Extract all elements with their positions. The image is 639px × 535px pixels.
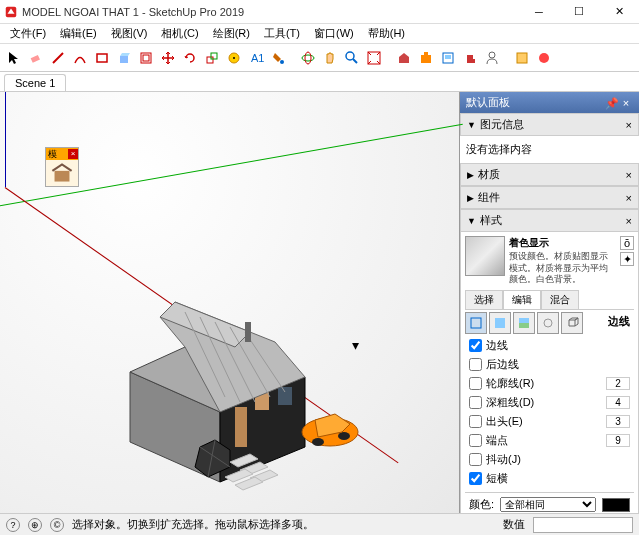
- rotate-tool-icon[interactable]: [180, 48, 200, 68]
- section-close-icon[interactable]: ×: [626, 215, 632, 227]
- dashes-checkbox[interactable]: [469, 472, 482, 485]
- subtab-select[interactable]: 选择: [465, 290, 503, 309]
- model-palette[interactable]: 模×: [45, 147, 79, 187]
- profiles-checkbox[interactable]: [469, 377, 482, 390]
- app-icon: [4, 5, 18, 19]
- svg-rect-37: [245, 322, 251, 342]
- svg-point-43: [338, 432, 350, 440]
- modeling-settings-icon[interactable]: [561, 312, 583, 334]
- warehouse-icon[interactable]: [394, 48, 414, 68]
- scene-tab-1[interactable]: Scene 1: [4, 74, 66, 91]
- zoom-tool-icon[interactable]: [342, 48, 362, 68]
- svg-point-12: [302, 55, 314, 61]
- minimize-button[interactable]: ─: [519, 0, 559, 24]
- profiles-value[interactable]: 2: [606, 377, 630, 390]
- color-mode-select[interactable]: 全部相同: [500, 497, 596, 512]
- section-close-icon[interactable]: ×: [626, 192, 632, 204]
- section-styles[interactable]: ▼ 样式 ×: [460, 209, 639, 232]
- paint-tool-icon[interactable]: [268, 48, 288, 68]
- face-settings-icon[interactable]: [489, 312, 511, 334]
- eraser-tool-icon[interactable]: [26, 48, 46, 68]
- svg-rect-5: [143, 55, 149, 61]
- style-new-icon[interactable]: ✦: [620, 252, 634, 266]
- plugin-1-icon[interactable]: [512, 48, 532, 68]
- jitter-checkbox[interactable]: [469, 453, 482, 466]
- profiles-label: 轮廓线(R): [486, 376, 534, 391]
- user-icon[interactable]: [482, 48, 502, 68]
- maximize-button[interactable]: ☐: [559, 0, 599, 24]
- edges-checkbox[interactable]: [469, 339, 482, 352]
- select-tool-icon[interactable]: [4, 48, 24, 68]
- svg-rect-21: [517, 53, 527, 63]
- depth-value[interactable]: 4: [606, 396, 630, 409]
- menu-window[interactable]: 窗口(W): [308, 24, 360, 43]
- line-tool-icon[interactable]: [48, 48, 68, 68]
- style-update-icon[interactable]: ŏ: [620, 236, 634, 250]
- subtab-mix[interactable]: 混合: [541, 290, 579, 309]
- layout-icon[interactable]: [438, 48, 458, 68]
- menu-help[interactable]: 帮助(H): [362, 24, 411, 43]
- extension-manager-icon[interactable]: [460, 48, 480, 68]
- extension-checkbox[interactable]: [469, 415, 482, 428]
- tape-tool-icon[interactable]: [224, 48, 244, 68]
- geo-icon[interactable]: ⊕: [28, 518, 42, 532]
- model-palette-label: 模: [48, 148, 57, 161]
- tray-close-icon[interactable]: ×: [619, 96, 633, 110]
- depth-cue-label: 深粗线(D): [486, 395, 534, 410]
- scale-tool-icon[interactable]: [202, 48, 222, 68]
- color-label: 颜色:: [469, 497, 494, 512]
- section-entity-info[interactable]: ▼ 图元信息 ×: [460, 113, 639, 136]
- svg-rect-50: [471, 318, 481, 328]
- pushpull-tool-icon[interactable]: [114, 48, 134, 68]
- offset-tool-icon[interactable]: [136, 48, 156, 68]
- credit-icon[interactable]: ©: [50, 518, 64, 532]
- menu-edit[interactable]: 编辑(E): [54, 24, 103, 43]
- menu-camera[interactable]: 相机(C): [155, 24, 204, 43]
- extension-warehouse-icon[interactable]: [416, 48, 436, 68]
- endpoints-label: 端点: [486, 433, 508, 448]
- menu-file[interactable]: 文件(F): [4, 24, 52, 43]
- text-tool-icon[interactable]: A1: [246, 48, 266, 68]
- endpoints-value[interactable]: 9: [606, 434, 630, 447]
- plugin-2-icon[interactable]: [534, 48, 554, 68]
- section-components[interactable]: ▶ 组件 ×: [460, 186, 639, 209]
- color-chip[interactable]: [602, 498, 630, 512]
- menu-view[interactable]: 视图(V): [105, 24, 154, 43]
- close-button[interactable]: ✕: [599, 0, 639, 24]
- section-close-icon[interactable]: ×: [626, 169, 632, 181]
- orbit-tool-icon[interactable]: [298, 48, 318, 68]
- endpoints-checkbox[interactable]: [469, 434, 482, 447]
- model-palette-close-icon[interactable]: ×: [68, 149, 78, 159]
- arc-tool-icon[interactable]: [70, 48, 90, 68]
- menu-tools[interactable]: 工具(T): [258, 24, 306, 43]
- components-label: 组件: [478, 190, 500, 205]
- background-settings-icon[interactable]: [513, 312, 535, 334]
- section-close-icon[interactable]: ×: [626, 119, 632, 131]
- edges-heading: 边线: [604, 312, 634, 334]
- status-bar: ? ⊕ © 选择对象。切换到扩充选择。拖动鼠标选择多项。 数值: [0, 513, 639, 535]
- depth-cue-checkbox[interactable]: [469, 396, 482, 409]
- help-icon[interactable]: ?: [6, 518, 20, 532]
- status-hint: 选择对象。切换到扩充选择。拖动鼠标选择多项。: [72, 517, 314, 532]
- subtab-edit[interactable]: 编辑: [503, 290, 541, 309]
- house-model[interactable]: [100, 252, 380, 492]
- pan-tool-icon[interactable]: [320, 48, 340, 68]
- extension-value[interactable]: 3: [606, 415, 630, 428]
- svg-rect-29: [278, 387, 292, 405]
- collapse-arrow-icon: ▼: [467, 216, 476, 226]
- value-input[interactable]: [533, 517, 633, 533]
- edge-settings-icon[interactable]: [465, 312, 487, 334]
- tray-pin-icon[interactable]: 📌: [605, 96, 619, 110]
- svg-point-22: [539, 53, 549, 63]
- shape-tool-icon[interactable]: [92, 48, 112, 68]
- back-edges-checkbox[interactable]: [469, 358, 482, 371]
- section-materials[interactable]: ▶ 材质 ×: [460, 163, 639, 186]
- style-thumbnail[interactable]: [465, 236, 505, 276]
- watermark-settings-icon[interactable]: [537, 312, 559, 334]
- move-tool-icon[interactable]: [158, 48, 178, 68]
- zoom-extents-icon[interactable]: [364, 48, 384, 68]
- tray-title[interactable]: 默认面板 📌 ×: [460, 92, 639, 113]
- menu-draw[interactable]: 绘图(R): [207, 24, 256, 43]
- viewport-3d[interactable]: 模×: [0, 92, 459, 513]
- materials-label: 材质: [478, 167, 500, 182]
